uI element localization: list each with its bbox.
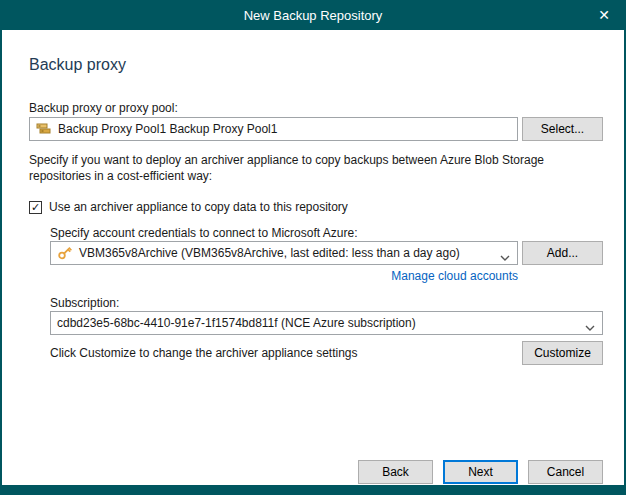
next-button[interactable]: Next <box>443 460 518 484</box>
customize-button[interactable]: Customize <box>522 341 603 365</box>
credentials-dropdown[interactable]: VBM365v8Archive (VBM365v8Archive, last e… <box>50 241 518 265</box>
check-icon: ✓ <box>31 202 40 213</box>
close-button[interactable]: ✕ <box>588 0 620 30</box>
chevron-down-icon <box>585 320 595 326</box>
manage-cloud-accounts-link[interactable]: Manage cloud accounts <box>391 269 518 283</box>
proxy-input-value: Backup Proxy Pool1 Backup Proxy Pool1 <box>58 122 277 136</box>
window-bottom-border <box>2 485 624 495</box>
chevron-down-icon <box>500 250 510 256</box>
titlebar: New Backup Repository ✕ <box>2 0 624 30</box>
proxy-pool-icon <box>36 121 52 137</box>
proxy-input[interactable]: Backup Proxy Pool1 Backup Proxy Pool1 <box>29 117 518 141</box>
proxy-pool-label: Backup proxy or proxy pool: <box>29 101 178 115</box>
new-backup-repository-dialog: New Backup Repository ✕ Backup proxy Bac… <box>0 0 626 495</box>
subscription-dropdown[interactable]: cdbd23e5-68bc-4410-91e7-1f1574bd811f (NC… <box>50 311 603 335</box>
customize-hint: Click Customize to change the archiver a… <box>50 346 358 360</box>
archiver-description: Specify if you want to deploy an archive… <box>29 152 607 184</box>
archiver-checkbox-row: ✓ Use an archiver appliance to copy data… <box>29 200 348 214</box>
subscription-label: Subscription: <box>50 296 119 310</box>
close-icon: ✕ <box>598 7 610 23</box>
cancel-button[interactable]: Cancel <box>528 460 603 484</box>
credentials-label: Specify account credentials to connect t… <box>50 226 358 240</box>
key-icon <box>57 245 73 261</box>
archiver-checkbox-label: Use an archiver appliance to copy data t… <box>49 200 348 214</box>
manage-link-row: Manage cloud accounts <box>50 269 518 283</box>
page-title: Backup proxy <box>29 56 126 74</box>
window-title: New Backup Repository <box>244 8 383 23</box>
add-button[interactable]: Add... <box>522 241 603 265</box>
subscription-value: cdbd23e5-68bc-4410-91e7-1f1574bd811f (NC… <box>57 316 416 330</box>
select-button[interactable]: Select... <box>522 117 603 141</box>
back-button[interactable]: Back <box>358 460 433 484</box>
archiver-checkbox[interactable]: ✓ <box>29 201 42 214</box>
credentials-value: VBM365v8Archive (VBM365v8Archive, last e… <box>79 246 460 260</box>
